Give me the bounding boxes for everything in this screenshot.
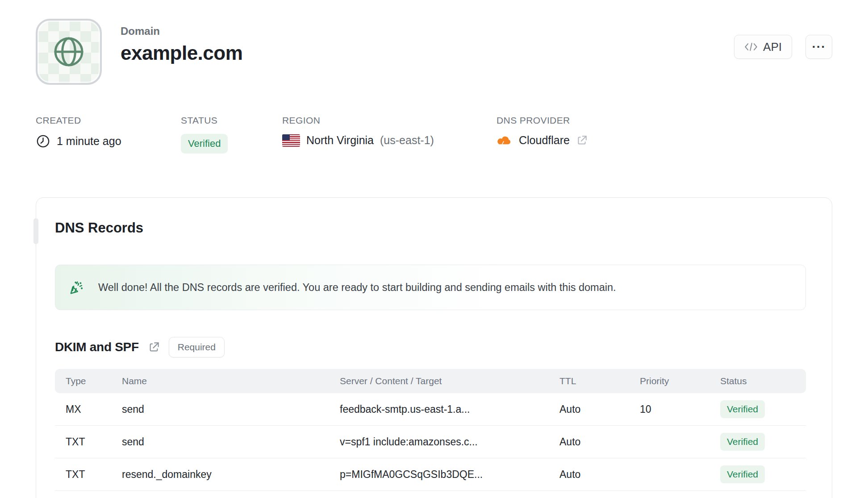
title-block: Domain example.com	[121, 25, 242, 64]
page-title: example.com	[121, 42, 242, 64]
code-icon	[744, 41, 758, 53]
record-ttl: Auto	[559, 436, 640, 448]
record-name: resend._domainkey	[122, 469, 340, 481]
domain-avatar	[36, 19, 102, 85]
required-badge: Required	[169, 337, 225, 357]
record-name: send	[122, 403, 340, 415]
record-ttl: Auto	[559, 403, 640, 415]
record-type: TXT	[66, 436, 122, 448]
dkim-spf-title: DKIM and SPF	[55, 340, 139, 354]
page-header: Domain example.com API ···	[36, 19, 832, 85]
external-link-icon[interactable]	[576, 135, 588, 146]
dns-provider-value[interactable]: Cloudflare	[519, 134, 570, 147]
created-label: CREATED	[36, 115, 181, 126]
dns-records-title: DNS Records	[55, 220, 806, 236]
record-name: send	[122, 436, 340, 448]
page-kicker: Domain	[121, 25, 242, 37]
table-header-row: Type Name Server / Content / Target TTL …	[55, 369, 806, 393]
col-header-name: Name	[122, 376, 340, 386]
col-header-priority: Priority	[640, 376, 720, 386]
record-type: MX	[66, 403, 122, 415]
dns-records-table: Type Name Server / Content / Target TTL …	[55, 369, 806, 491]
record-status-badge: Verified	[720, 465, 765, 483]
record-type: TXT	[66, 469, 122, 481]
col-header-type: Type	[66, 376, 122, 386]
card-scroll-pill	[33, 218, 38, 244]
clock-icon	[36, 134, 50, 149]
record-content: feedback-smtp.us-east-1.a...	[340, 403, 559, 415]
ellipsis-icon: ···	[812, 40, 826, 54]
meta-status: STATUS Verified	[181, 115, 282, 154]
region-value: North Virginia	[306, 134, 374, 147]
domain-meta: CREATED 1 minute ago STATUS Verified REG…	[36, 115, 832, 154]
col-header-content: Server / Content / Target	[340, 376, 559, 386]
more-options-button[interactable]: ···	[805, 35, 832, 59]
us-flag-icon	[282, 134, 300, 147]
header-actions: API ···	[734, 35, 832, 59]
dns-records-card: DNS Records Well done! All the DNS recor…	[36, 197, 832, 498]
table-row: MX send feedback-smtp.us-east-1.a... Aut…	[55, 393, 806, 426]
col-header-status: Status	[720, 376, 806, 386]
col-header-ttl: TTL	[559, 376, 640, 386]
api-button-label: API	[763, 40, 782, 54]
success-banner-text: Well done! All the DNS records are verif…	[98, 282, 616, 294]
record-content: v=spf1 include:amazonses.c...	[340, 436, 559, 448]
record-content: p=MIGfMA0GCSqGSIb3DQE...	[340, 469, 559, 481]
record-priority: 10	[640, 403, 720, 415]
globe-icon	[51, 34, 87, 70]
dns-provider-label: DNS PROVIDER	[497, 115, 588, 126]
meta-region: REGION North Virginia (us-east-1)	[282, 115, 497, 154]
table-row: TXT send v=spf1 include:amazonses.c... A…	[55, 426, 806, 458]
record-status-badge: Verified	[720, 433, 765, 451]
dkim-spf-section-header: DKIM and SPF Required	[55, 337, 806, 357]
status-label: STATUS	[181, 115, 282, 126]
created-value: 1 minute ago	[57, 135, 121, 148]
region-label: REGION	[282, 115, 497, 126]
success-banner: Well done! All the DNS records are verif…	[55, 265, 806, 310]
meta-created: CREATED 1 minute ago	[36, 115, 181, 154]
record-status-badge: Verified	[720, 400, 765, 418]
meta-dns-provider: DNS PROVIDER Cloudflare	[497, 115, 588, 154]
region-code: (us-east-1)	[380, 134, 434, 147]
party-popper-icon	[69, 279, 85, 295]
api-button[interactable]: API	[734, 35, 792, 59]
record-ttl: Auto	[559, 469, 640, 481]
status-badge: Verified	[181, 134, 228, 154]
domain-detail-page: Domain example.com API ··· CREATED	[0, 19, 868, 498]
external-link-icon[interactable]	[148, 341, 160, 353]
cloudflare-icon	[497, 135, 513, 146]
table-row: TXT resend._domainkey p=MIGfMA0GCSqGSIb3…	[55, 458, 806, 491]
